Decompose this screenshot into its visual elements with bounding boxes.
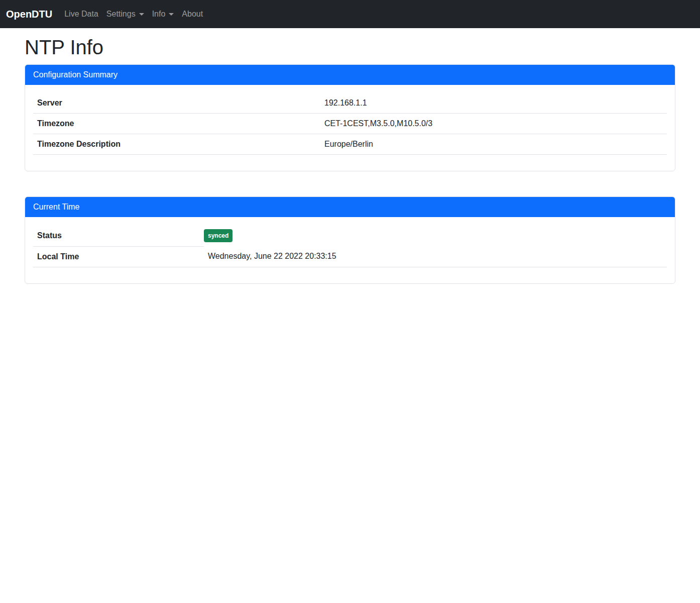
table-row: Timezone Description Europe/Berlin	[33, 134, 667, 155]
table-row: Timezone CET-1CEST,M3.5.0,M10.5.0/3	[33, 114, 667, 134]
row-value-server: 192.168.1.1	[320, 93, 667, 114]
row-label-status: Status	[33, 225, 204, 246]
row-label-server: Server	[33, 93, 320, 114]
row-value-timezone-description: Europe/Berlin	[320, 134, 667, 155]
nav-item-about[interactable]: About	[178, 6, 207, 23]
navbar-menu: Live Data Settings Info About	[60, 6, 207, 23]
row-value-status: synced	[204, 225, 667, 246]
page-title: NTP Info	[25, 35, 675, 59]
main-content: NTP Info Configuration Summary Server 19…	[25, 28, 675, 284]
row-value-local-time: Wednesday, June 22 2022 20:33:15	[204, 246, 667, 267]
navbar: OpenDTU Live Data Settings Info About	[0, 0, 700, 28]
current-time-body: Status synced Local Time Wednesday, June…	[25, 217, 675, 283]
chevron-down-icon	[169, 13, 174, 16]
configuration-summary-header: Configuration Summary	[25, 65, 675, 85]
current-time-table: Status synced Local Time Wednesday, June…	[33, 225, 667, 267]
table-row: Status synced	[33, 225, 667, 246]
configuration-summary-card: Configuration Summary Server 192.168.1.1…	[25, 64, 675, 171]
configuration-summary-table: Server 192.168.1.1 Timezone CET-1CEST,M3…	[33, 93, 667, 155]
row-label-timezone-description: Timezone Description	[33, 134, 320, 155]
chevron-down-icon	[139, 13, 144, 16]
row-label-local-time: Local Time	[33, 246, 204, 267]
table-row: Server 192.168.1.1	[33, 93, 667, 114]
status-badge: synced	[204, 229, 232, 242]
current-time-header: Current Time	[25, 197, 675, 217]
nav-item-label: Settings	[106, 10, 136, 19]
nav-item-label: Live Data	[64, 10, 98, 19]
current-time-card: Current Time Status synced Local Time We…	[25, 196, 675, 284]
nav-item-info[interactable]: Info	[148, 6, 178, 23]
configuration-summary-body: Server 192.168.1.1 Timezone CET-1CEST,M3…	[25, 85, 675, 171]
table-row: Local Time Wednesday, June 22 2022 20:33…	[33, 246, 667, 267]
nav-item-label: Info	[152, 10, 166, 19]
row-label-timezone: Timezone	[33, 114, 320, 134]
nav-item-label: About	[182, 10, 203, 19]
row-value-timezone: CET-1CEST,M3.5.0,M10.5.0/3	[320, 114, 667, 134]
nav-item-settings[interactable]: Settings	[102, 6, 148, 23]
nav-item-live-data[interactable]: Live Data	[60, 6, 102, 23]
navbar-brand[interactable]: OpenDTU	[6, 9, 52, 20]
